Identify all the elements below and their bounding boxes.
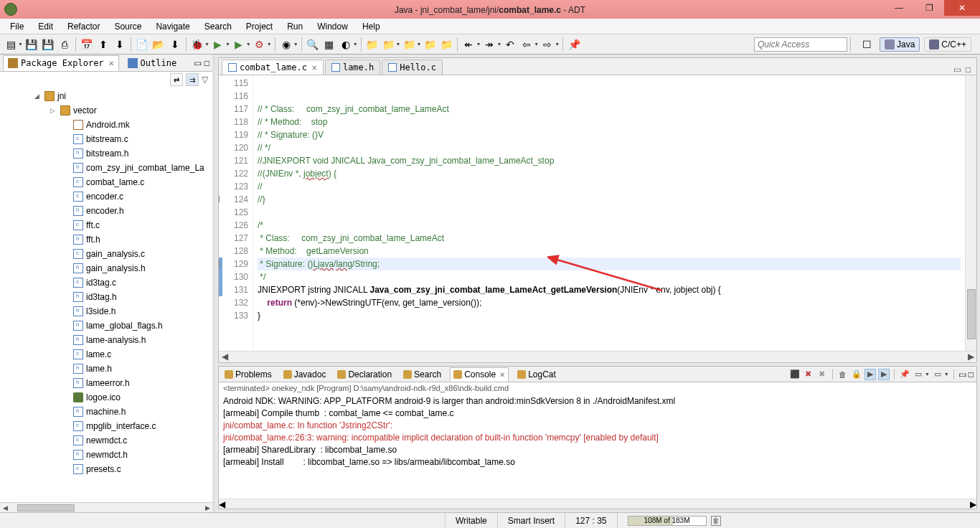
console-minimize-button[interactable]: ▭ bbox=[958, 369, 966, 380]
console-tab-javadoc[interactable]: Javadoc bbox=[281, 368, 329, 381]
forward-button[interactable]: ⇨ bbox=[540, 37, 555, 52]
save-all-button[interactable]: 💾 bbox=[40, 37, 56, 52]
editor-tab[interactable]: combat_lame.c✕ bbox=[222, 60, 324, 75]
tree-file[interactable]: encoder.h bbox=[3, 204, 212, 218]
console-output[interactable]: Android NDK: WARNING: APP_PLATFORM andro… bbox=[219, 394, 976, 499]
tab-outline[interactable]: Outline bbox=[123, 56, 182, 70]
console-tab-console[interactable]: Console ✕ bbox=[450, 367, 509, 382]
close-icon[interactable]: ✕ bbox=[108, 60, 114, 67]
tree-file[interactable]: encoder.c bbox=[3, 189, 212, 204]
tree-file[interactable]: gain_analysis.c bbox=[3, 247, 212, 261]
tree-file[interactable]: lame-analysis.h bbox=[3, 333, 212, 347]
minimize-view-button[interactable]: ▭ bbox=[194, 58, 202, 68]
tab-package-explorer[interactable]: Package Explorer ✕ bbox=[3, 55, 119, 71]
open-type-button[interactable]: 📄 bbox=[134, 37, 150, 52]
tree-file[interactable]: logoe.ico bbox=[3, 390, 212, 405]
editor-maximize-button[interactable]: □ bbox=[966, 65, 971, 75]
close-icon[interactable]: ✕ bbox=[311, 64, 317, 72]
tree-file[interactable]: machine.h bbox=[3, 405, 212, 419]
tree-file[interactable]: lame.c bbox=[3, 347, 212, 362]
menu-window[interactable]: Window bbox=[310, 20, 355, 33]
menu-search[interactable]: Search bbox=[197, 20, 239, 33]
terminate-button[interactable]: ✖ bbox=[816, 369, 828, 380]
menu-edit[interactable]: Edit bbox=[31, 20, 60, 33]
tree-folder-jni[interactable]: ◢ jni bbox=[3, 89, 212, 103]
tree-file[interactable]: Android.mk bbox=[3, 118, 212, 132]
nav-folder2-button[interactable]: 📁 bbox=[381, 37, 397, 52]
search-button[interactable]: 🔍 bbox=[305, 37, 321, 52]
nav-folder1-button[interactable]: 📁 bbox=[364, 37, 380, 52]
external-tools-button[interactable]: ⚙ bbox=[252, 37, 268, 52]
editor-minimize-button[interactable]: ▭ bbox=[953, 65, 961, 75]
tree-file[interactable]: id3tag.c bbox=[3, 275, 212, 290]
tree-file[interactable]: fft.h bbox=[3, 232, 212, 247]
console-tab-search[interactable]: Search bbox=[400, 368, 444, 381]
maximize-button[interactable]: ❐ bbox=[914, 0, 944, 16]
tree-file[interactable]: fft.c bbox=[3, 218, 212, 232]
perspective-java[interactable]: Java bbox=[880, 37, 920, 52]
tree-folder-vector[interactable]: ▷ vector bbox=[3, 103, 212, 118]
code-editor[interactable]: // * Class: com_zsy_jni_combat_lame_Lame… bbox=[253, 75, 965, 351]
tree-hscrollbar[interactable]: ◀▶ bbox=[0, 502, 212, 512]
pin-console-button[interactable]: 📌 bbox=[899, 369, 910, 380]
debug-button[interactable]: 🐞 bbox=[189, 37, 205, 52]
tree-file[interactable]: l3side.h bbox=[3, 304, 212, 319]
project-tree[interactable]: ◢ jni ▷ vector Android.mkbitstream.cbits… bbox=[0, 88, 212, 502]
nav-folder5-button[interactable]: 📁 bbox=[438, 37, 454, 52]
quick-access-input[interactable] bbox=[754, 37, 847, 52]
show-console-button[interactable]: ▶ bbox=[864, 369, 876, 380]
clear-console-button[interactable]: 🗑 bbox=[837, 369, 849, 380]
tree-file[interactable]: lame.h bbox=[3, 362, 212, 376]
tree-file[interactable]: id3tag.h bbox=[3, 290, 212, 304]
editor-hscrollbar[interactable]: ◀▶ bbox=[219, 351, 976, 362]
tree-file[interactable]: lame_global_flags.h bbox=[3, 319, 212, 333]
prev-annotation-button[interactable]: ↞ bbox=[461, 37, 476, 52]
toggle-mark-button[interactable]: ▦ bbox=[321, 37, 337, 52]
next-annotation-button[interactable]: ↠ bbox=[481, 37, 497, 52]
nav-folder4-button[interactable]: 📁 bbox=[422, 37, 438, 52]
menu-navigate[interactable]: Navigate bbox=[149, 20, 197, 33]
tree-file[interactable]: newmdct.h bbox=[3, 448, 212, 462]
nav-folder3-button[interactable]: 📁 bbox=[402, 37, 418, 52]
menu-file[interactable]: File bbox=[3, 20, 31, 33]
menu-source[interactable]: Source bbox=[107, 20, 149, 33]
last-edit-button[interactable]: ↶ bbox=[502, 37, 518, 52]
menu-project[interactable]: Project bbox=[239, 20, 280, 33]
avd-download-button[interactable]: ⬇ bbox=[112, 37, 128, 52]
console-tab-declaration[interactable]: Declaration bbox=[334, 368, 395, 381]
collapse-all-button[interactable]: ⇄ bbox=[170, 73, 183, 86]
menu-help[interactable]: Help bbox=[355, 20, 387, 33]
open-console-button[interactable]: ▭ bbox=[932, 369, 943, 380]
scroll-lock-button[interactable]: 🔒 bbox=[851, 369, 862, 380]
new-package-button[interactable]: 📂 bbox=[151, 37, 166, 52]
close-icon[interactable]: ✕ bbox=[499, 371, 505, 379]
new-button[interactable]: ▤ bbox=[3, 37, 19, 52]
console-tab-logcat[interactable]: LogCat bbox=[514, 368, 559, 381]
editor-tab[interactable]: Hello.c bbox=[382, 60, 443, 75]
run-last-button[interactable]: ▶ bbox=[231, 37, 247, 52]
menu-run[interactable]: Run bbox=[280, 20, 310, 33]
show-stderr-button[interactable]: ▶ bbox=[878, 369, 890, 380]
remove-all-button[interactable]: ✖ bbox=[803, 369, 814, 380]
print-button[interactable]: ⎙ bbox=[57, 37, 72, 52]
tree-file[interactable]: mpglib_interface.c bbox=[3, 419, 212, 433]
console-maximize-button[interactable]: □ bbox=[969, 369, 974, 380]
avd-upload-button[interactable]: ⬆ bbox=[95, 37, 111, 52]
open-task-button[interactable]: ◐ bbox=[338, 37, 354, 52]
tree-file[interactable]: bitstream.h bbox=[3, 146, 212, 161]
editor-vscrollbar[interactable] bbox=[965, 75, 976, 351]
close-button[interactable]: ✕ bbox=[944, 0, 980, 16]
display-console-button[interactable]: ▭ bbox=[913, 369, 924, 380]
tree-file[interactable]: gain_analysis.h bbox=[3, 261, 212, 275]
tree-file[interactable]: combat_lame.c bbox=[3, 175, 212, 189]
remove-launch-button[interactable]: ⬛ bbox=[789, 369, 801, 380]
tree-file[interactable]: presets.c bbox=[3, 462, 212, 476]
editor-tab[interactable]: lame.h bbox=[325, 60, 380, 75]
save-button[interactable]: 💾 bbox=[24, 37, 39, 52]
console-tab-problems[interactable]: Problems bbox=[222, 368, 275, 381]
menu-refactor[interactable]: Refactor bbox=[60, 20, 107, 33]
maximize-view-button[interactable]: □ bbox=[204, 58, 209, 68]
view-menu-button[interactable]: ▽ bbox=[202, 75, 208, 85]
pin-button[interactable]: 📌 bbox=[566, 37, 582, 52]
tree-file[interactable]: bitstream.c bbox=[3, 132, 212, 146]
